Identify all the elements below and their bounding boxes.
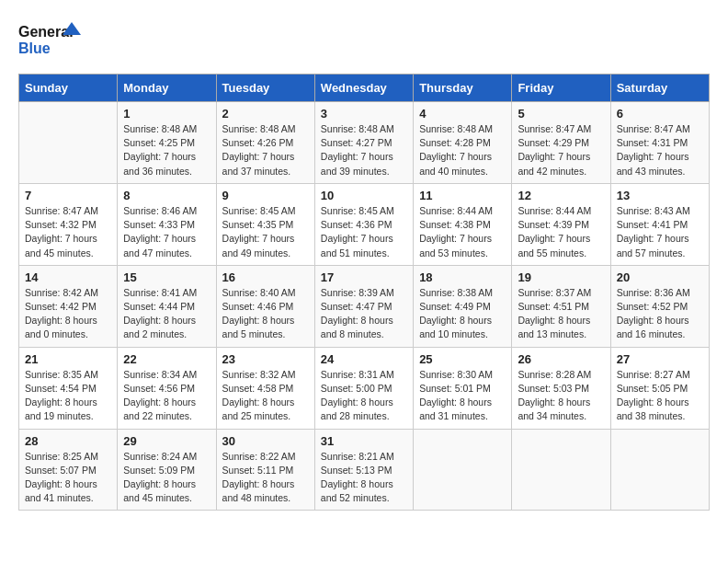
day-number: 14 bbox=[25, 270, 111, 284]
day-info: Sunrise: 8:47 AM Sunset: 4:32 PM Dayligh… bbox=[25, 204, 111, 260]
dow-monday: Monday bbox=[118, 75, 216, 102]
day-info: Sunrise: 8:48 AM Sunset: 4:25 PM Dayligh… bbox=[123, 122, 210, 178]
calendar-cell: 14Sunrise: 8:42 AM Sunset: 4:42 PM Dayli… bbox=[19, 265, 118, 347]
day-number: 11 bbox=[419, 189, 506, 202]
day-info: Sunrise: 8:25 AM Sunset: 5:07 PM Dayligh… bbox=[25, 450, 111, 506]
day-number: 24 bbox=[321, 352, 407, 366]
calendar-cell: 20Sunrise: 8:36 AM Sunset: 4:52 PM Dayli… bbox=[610, 265, 709, 347]
day-info: Sunrise: 8:36 AM Sunset: 4:52 PM Dayligh… bbox=[617, 286, 703, 342]
calendar-cell: 10Sunrise: 8:45 AM Sunset: 4:36 PM Dayli… bbox=[314, 183, 413, 265]
day-number: 6 bbox=[617, 107, 703, 121]
calendar-cell bbox=[19, 102, 118, 184]
day-info: Sunrise: 8:35 AM Sunset: 4:54 PM Dayligh… bbox=[25, 368, 111, 424]
calendar-cell: 12Sunrise: 8:44 AM Sunset: 4:39 PM Dayli… bbox=[512, 183, 610, 265]
day-info: Sunrise: 8:32 AM Sunset: 4:58 PM Dayligh… bbox=[222, 368, 309, 424]
dow-thursday: Thursday bbox=[414, 75, 512, 102]
calendar-cell: 27Sunrise: 8:27 AM Sunset: 5:05 PM Dayli… bbox=[610, 347, 709, 429]
day-number: 3 bbox=[321, 107, 407, 121]
calendar-cell: 7Sunrise: 8:47 AM Sunset: 4:32 PM Daylig… bbox=[19, 183, 118, 265]
calendar-cell: 8Sunrise: 8:46 AM Sunset: 4:33 PM Daylig… bbox=[118, 183, 216, 265]
day-number: 29 bbox=[123, 434, 210, 448]
logo-svg: General Blue bbox=[18, 18, 83, 59]
calendar-week-2: 7Sunrise: 8:47 AM Sunset: 4:32 PM Daylig… bbox=[19, 183, 710, 265]
day-number: 22 bbox=[123, 352, 210, 366]
dow-wednesday: Wednesday bbox=[314, 75, 413, 102]
calendar-cell: 9Sunrise: 8:45 AM Sunset: 4:35 PM Daylig… bbox=[216, 183, 314, 265]
calendar-cell: 6Sunrise: 8:47 AM Sunset: 4:31 PM Daylig… bbox=[610, 102, 709, 184]
day-info: Sunrise: 8:45 AM Sunset: 4:35 PM Dayligh… bbox=[222, 204, 309, 260]
calendar-cell: 15Sunrise: 8:41 AM Sunset: 4:44 PM Dayli… bbox=[118, 265, 216, 347]
calendar-cell: 21Sunrise: 8:35 AM Sunset: 4:54 PM Dayli… bbox=[19, 347, 118, 429]
calendar-cell: 31Sunrise: 8:21 AM Sunset: 5:13 PM Dayli… bbox=[314, 429, 413, 511]
day-number: 23 bbox=[222, 352, 309, 366]
day-number: 10 bbox=[321, 189, 407, 202]
day-info: Sunrise: 8:45 AM Sunset: 4:36 PM Dayligh… bbox=[321, 204, 407, 260]
day-number: 26 bbox=[518, 352, 604, 366]
day-info: Sunrise: 8:42 AM Sunset: 4:42 PM Dayligh… bbox=[25, 286, 111, 342]
calendar-cell: 3Sunrise: 8:48 AM Sunset: 4:27 PM Daylig… bbox=[314, 102, 413, 184]
calendar-cell: 5Sunrise: 8:47 AM Sunset: 4:29 PM Daylig… bbox=[512, 102, 610, 184]
calendar-cell: 25Sunrise: 8:30 AM Sunset: 5:01 PM Dayli… bbox=[414, 347, 512, 429]
day-info: Sunrise: 8:30 AM Sunset: 5:01 PM Dayligh… bbox=[419, 368, 506, 424]
dow-tuesday: Tuesday bbox=[216, 75, 314, 102]
day-number: 16 bbox=[222, 270, 309, 284]
calendar-week-3: 14Sunrise: 8:42 AM Sunset: 4:42 PM Dayli… bbox=[19, 265, 710, 347]
day-number: 28 bbox=[25, 434, 111, 448]
calendar-week-1: 1Sunrise: 8:48 AM Sunset: 4:25 PM Daylig… bbox=[19, 102, 710, 184]
calendar-cell: 4Sunrise: 8:48 AM Sunset: 4:28 PM Daylig… bbox=[414, 102, 512, 184]
day-info: Sunrise: 8:44 AM Sunset: 4:38 PM Dayligh… bbox=[419, 204, 506, 260]
day-number: 30 bbox=[222, 434, 309, 448]
day-number: 31 bbox=[321, 434, 407, 448]
day-number: 5 bbox=[518, 107, 604, 121]
page-header: General Blue bbox=[18, 18, 710, 59]
day-info: Sunrise: 8:38 AM Sunset: 4:49 PM Dayligh… bbox=[419, 286, 506, 342]
day-info: Sunrise: 8:47 AM Sunset: 4:31 PM Dayligh… bbox=[617, 122, 703, 178]
calendar-cell: 17Sunrise: 8:39 AM Sunset: 4:47 PM Dayli… bbox=[314, 265, 413, 347]
calendar-cell bbox=[512, 429, 610, 511]
calendar-cell: 19Sunrise: 8:37 AM Sunset: 4:51 PM Dayli… bbox=[512, 265, 610, 347]
day-info: Sunrise: 8:46 AM Sunset: 4:33 PM Dayligh… bbox=[123, 204, 210, 260]
day-info: Sunrise: 8:41 AM Sunset: 4:44 PM Dayligh… bbox=[123, 286, 210, 342]
calendar-cell: 23Sunrise: 8:32 AM Sunset: 4:58 PM Dayli… bbox=[216, 347, 314, 429]
day-number: 9 bbox=[222, 189, 309, 202]
day-info: Sunrise: 8:48 AM Sunset: 4:28 PM Dayligh… bbox=[419, 122, 506, 178]
calendar-table: SundayMondayTuesdayWednesdayThursdayFrid… bbox=[18, 74, 710, 511]
day-number: 2 bbox=[222, 107, 309, 121]
day-number: 19 bbox=[518, 270, 604, 284]
calendar-cell: 28Sunrise: 8:25 AM Sunset: 5:07 PM Dayli… bbox=[19, 429, 118, 511]
calendar-cell: 29Sunrise: 8:24 AM Sunset: 5:09 PM Dayli… bbox=[118, 429, 216, 511]
day-number: 21 bbox=[25, 352, 111, 366]
day-info: Sunrise: 8:37 AM Sunset: 4:51 PM Dayligh… bbox=[518, 286, 604, 342]
day-info: Sunrise: 8:48 AM Sunset: 4:26 PM Dayligh… bbox=[222, 122, 309, 178]
day-info: Sunrise: 8:43 AM Sunset: 4:41 PM Dayligh… bbox=[617, 204, 703, 260]
day-info: Sunrise: 8:34 AM Sunset: 4:56 PM Dayligh… bbox=[123, 368, 210, 424]
day-info: Sunrise: 8:27 AM Sunset: 5:05 PM Dayligh… bbox=[617, 368, 703, 424]
calendar-cell: 11Sunrise: 8:44 AM Sunset: 4:38 PM Dayli… bbox=[414, 183, 512, 265]
day-number: 27 bbox=[617, 352, 703, 366]
day-info: Sunrise: 8:28 AM Sunset: 5:03 PM Dayligh… bbox=[518, 368, 604, 424]
calendar-cell: 26Sunrise: 8:28 AM Sunset: 5:03 PM Dayli… bbox=[512, 347, 610, 429]
day-info: Sunrise: 8:24 AM Sunset: 5:09 PM Dayligh… bbox=[123, 450, 210, 506]
day-number: 18 bbox=[419, 270, 506, 284]
day-number: 17 bbox=[321, 270, 407, 284]
day-info: Sunrise: 8:39 AM Sunset: 4:47 PM Dayligh… bbox=[321, 286, 407, 342]
calendar-cell: 22Sunrise: 8:34 AM Sunset: 4:56 PM Dayli… bbox=[118, 347, 216, 429]
day-info: Sunrise: 8:40 AM Sunset: 4:46 PM Dayligh… bbox=[222, 286, 309, 342]
calendar-week-4: 21Sunrise: 8:35 AM Sunset: 4:54 PM Dayli… bbox=[19, 347, 710, 429]
day-number: 13 bbox=[617, 189, 703, 202]
logo: General Blue bbox=[18, 18, 83, 59]
day-info: Sunrise: 8:31 AM Sunset: 5:00 PM Dayligh… bbox=[321, 368, 407, 424]
calendar-cell bbox=[610, 429, 709, 511]
calendar-cell: 30Sunrise: 8:22 AM Sunset: 5:11 PM Dayli… bbox=[216, 429, 314, 511]
day-number: 15 bbox=[123, 270, 210, 284]
day-info: Sunrise: 8:48 AM Sunset: 4:27 PM Dayligh… bbox=[321, 122, 407, 178]
calendar-cell bbox=[414, 429, 512, 511]
day-number: 12 bbox=[518, 189, 604, 202]
day-number: 25 bbox=[419, 352, 506, 366]
dow-sunday: Sunday bbox=[19, 75, 118, 102]
day-info: Sunrise: 8:22 AM Sunset: 5:11 PM Dayligh… bbox=[222, 450, 309, 506]
calendar-cell: 24Sunrise: 8:31 AM Sunset: 5:00 PM Dayli… bbox=[314, 347, 413, 429]
day-info: Sunrise: 8:21 AM Sunset: 5:13 PM Dayligh… bbox=[321, 450, 407, 506]
svg-text:Blue: Blue bbox=[18, 40, 51, 56]
dow-saturday: Saturday bbox=[610, 75, 709, 102]
